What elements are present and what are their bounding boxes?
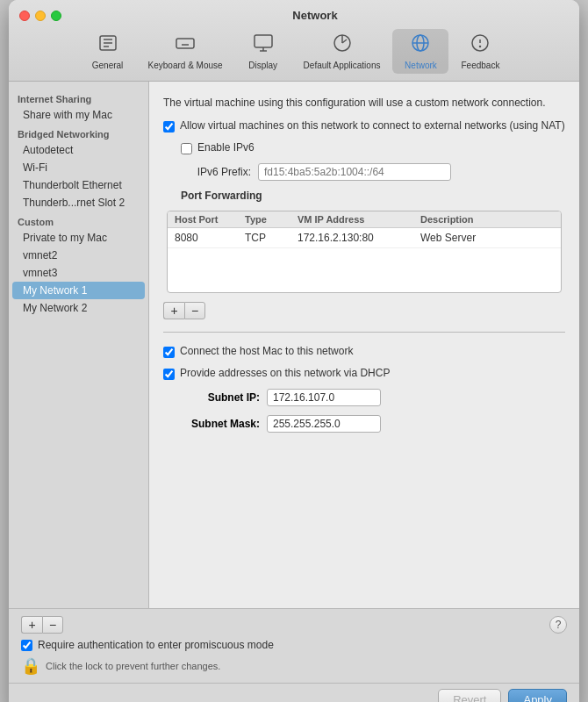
lock-row: 🔒 Click the lock to prevent further chan… [21,656,567,676]
action-buttons: Revert Apply [9,683,579,702]
bottom-add-remove: + − [21,616,63,634]
toolbar-item-feedback[interactable]: Feedback [452,29,508,74]
nat-checkbox[interactable] [163,121,175,133]
info-text: The virtual machine using this configura… [163,96,565,111]
toolbar-item-keyboard-mouse[interactable]: Keyboard & Mouse [140,29,232,74]
table-row[interactable]: 8080 TCP 172.16.2.130:80 Web Server [168,228,561,248]
cell-description: Web Server [420,232,554,244]
toolbar-keyboard-label: Keyboard & Mouse [148,61,223,70]
sidebar-item-wifi[interactable]: Wi-Fi [9,159,148,176]
subnet-mask-label: Subnet Mask: [181,418,260,430]
sidebar-group-bridged: Bridged Networking [9,124,148,141]
close-button[interactable] [19,11,30,21]
sidebar-item-vmnet2[interactable]: vmnet2 [9,247,148,264]
display-icon [253,32,274,59]
default-apps-icon [332,32,353,59]
subnet-mask-input[interactable] [267,415,381,433]
cell-host-port: 8080 [175,232,245,244]
toolbar-item-display[interactable]: Display [235,29,291,74]
toolbar-item-network[interactable]: Network [392,29,448,74]
lock-text: Click the lock to prevent further change… [46,661,220,671]
auth-row: Require authentication to enter promiscu… [21,639,567,651]
network-add-remove-bar: + − [21,616,63,634]
sidebar-group-custom: Custom [9,211,148,229]
sidebar-item-vmnet3[interactable]: vmnet3 [9,264,148,282]
sidebar: Internet Sharing Share with my Mac Bridg… [9,82,149,608]
ipv6-prefix-row: IPv6 Prefix: [163,163,565,181]
toolbar-item-general[interactable]: General [80,29,136,74]
titlebar-top: Network [19,9,569,22]
dhcp-label: Provide addresses on this network via DH… [180,367,390,379]
bottom-bar: + − ? Require authentication to enter pr… [9,608,579,683]
auth-checkbox[interactable] [21,640,32,651]
dhcp-checkbox[interactable] [163,369,175,380]
ipv6-checkbox-row: Enable IPv6 [163,141,565,154]
auth-label: Require authentication to enter promiscu… [38,639,274,651]
network-add-button[interactable]: + [21,616,42,634]
window-title: Network [61,9,569,22]
cell-vm-ip: 172.16.2.130:80 [298,232,420,244]
col-vm-ip: VM IP Address [298,214,420,225]
col-host-port: Host Port [175,214,245,225]
port-add-button[interactable]: + [163,302,184,319]
toolbar-general-label: General [92,61,124,70]
titlebar: Network General Keyboard & Mouse [9,0,579,82]
port-table-header: Host Port Type VM IP Address Description [168,211,561,228]
svg-rect-4 [176,39,194,48]
col-type: Type [245,214,298,225]
subnet-ip-row: Subnet IP: [163,389,565,406]
nat-checkbox-row: Allow virtual machines on this network t… [163,119,565,133]
traffic-lights [19,11,61,21]
toolbar-item-default-apps[interactable]: Default Applications [295,29,390,74]
zoom-button[interactable] [51,11,61,21]
bottom-bar-top: + − ? [21,616,567,634]
ipv6-checkbox[interactable] [181,143,192,154]
sidebar-group-internet-sharing: Internet Sharing [9,89,148,106]
sidebar-item-private-mac[interactable]: Private to my Mac [9,229,148,247]
dhcp-checkbox-row: Provide addresses on this network via DH… [163,367,565,380]
nat-checkbox-label: Allow virtual machines on this network t… [180,119,565,132]
help-button[interactable]: ? [549,616,567,634]
feedback-icon [470,32,491,59]
sidebar-item-autodetect[interactable]: Autodetect [9,141,148,159]
ipv6-checkbox-label: Enable IPv6 [197,141,255,154]
sidebar-item-thunderbolt-eth[interactable]: Thunderbolt Ethernet [9,176,148,194]
cell-type: TCP [245,232,298,244]
ipv6-prefix-label: IPv6 Prefix: [181,166,251,178]
connect-host-checkbox[interactable] [163,347,175,358]
port-forwarding-label: Port Forwarding [163,190,565,202]
sidebar-item-thunderbolt-slot2[interactable]: Thunderb...rnet Slot 2 [9,194,148,211]
ipv6-prefix-input[interactable] [258,163,451,181]
port-forwarding-table: Host Port Type VM IP Address Description… [167,211,562,293]
subnet-ip-label: Subnet IP: [181,391,260,404]
sidebar-item-share-mac[interactable]: Share with my Mac [9,106,148,124]
svg-rect-10 [255,35,272,47]
revert-button[interactable]: Revert [438,689,501,702]
sidebar-item-my-network-2[interactable]: My Network 2 [9,299,148,317]
keyboard-icon [175,32,196,59]
connect-host-label: Connect the host Mac to this network [180,345,353,357]
toolbar-display-label: Display [248,61,277,70]
network-remove-button[interactable]: − [42,616,63,634]
subnet-mask-row: Subnet Mask: [163,415,565,433]
content-area: Internet Sharing Share with my Mac Bridg… [9,82,579,608]
lock-icon[interactable]: 🔒 [21,656,40,676]
toolbar-default-apps-label: Default Applications [304,61,381,70]
main-panel: The virtual machine using this configura… [149,82,579,608]
subnet-ip-input[interactable] [267,389,381,406]
port-remove-button[interactable]: − [184,302,205,319]
general-icon [97,32,118,59]
port-table-empty [168,248,561,292]
minimize-button[interactable] [35,11,46,21]
toolbar: General Keyboard & Mouse Display [80,29,509,81]
connect-host-checkbox-row: Connect the host Mac to this network [163,345,565,358]
apply-button[interactable]: Apply [508,689,567,702]
col-description: Description [420,214,554,225]
toolbar-network-label: Network [405,61,437,70]
network-icon [410,32,431,59]
toolbar-feedback-label: Feedback [461,61,499,70]
sidebar-item-my-network-1[interactable]: My Network 1 [12,282,145,299]
divider-1 [163,332,565,333]
main-window: Network General Keyboard & Mouse [9,0,579,702]
port-add-remove-bar: + − [163,302,565,319]
